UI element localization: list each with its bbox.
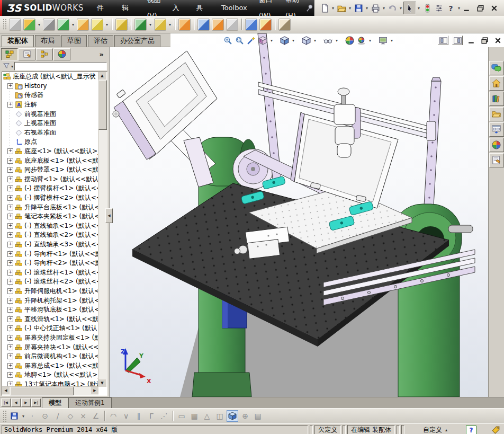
select-cursor-icon[interactable]: [403, 2, 416, 14]
scroll-right-button[interactable]: [91, 387, 98, 394]
expand-toggle[interactable]: [7, 288, 13, 294]
menu-toolbox[interactable]: Toolbox: [215, 0, 253, 16]
scroll-thumb[interactable]: [98, 80, 107, 130]
expand-toggle[interactable]: [7, 316, 13, 322]
tag-icon[interactable]: [478, 426, 502, 434]
panel-tab-propertymanager[interactable]: [19, 48, 35, 60]
expand-toggle[interactable]: [7, 344, 13, 350]
tab-nav-prev[interactable]: ◀: [11, 398, 21, 407]
open-icon[interactable]: [336, 2, 347, 14]
graphics-area[interactable]: Z Y X: [110, 33, 488, 397]
tree-item[interactable]: 摆动臂<1> (默认<<默认>_: [2, 175, 98, 184]
rotate-component-icon[interactable]: [115, 19, 128, 31]
move-component-icon[interactable]: [91, 19, 103, 31]
apply-scene-icon[interactable]: [356, 35, 366, 46]
tree-item[interactable]: 直线滑轨<1> (默认<<默认: [2, 314, 98, 324]
tree-item[interactable]: (-) 摆臂横杆<2> (默认<<: [2, 193, 98, 203]
component-pattern-icon[interactable]: [134, 19, 147, 31]
expand-toggle[interactable]: [7, 148, 13, 154]
dropdown-caret-icon[interactable]: ▾: [456, 6, 462, 11]
file-explorer-button[interactable]: [489, 107, 504, 121]
panel-tab-featuremanager[interactable]: [1, 48, 18, 60]
expand-toggle[interactable]: [7, 335, 13, 341]
zoom-fit-icon[interactable]: [222, 35, 233, 46]
expand-toggle[interactable]: [7, 195, 13, 201]
toolbar-grip[interactable]: [3, 410, 6, 422]
polygon-tool-icon[interactable]: ◇: [65, 410, 76, 422]
tab-装配体[interactable]: 装配体: [2, 35, 34, 47]
tab-nav-last[interactable]: ▶|: [31, 398, 41, 407]
tree-item[interactable]: 屏幕夹持块<1> (默认<<默: [2, 342, 98, 352]
panel-tab-displaymanager[interactable]: [53, 48, 70, 60]
dropdown-caret-icon[interactable]: ▾: [381, 6, 386, 11]
display-style-icon[interactable]: [301, 35, 311, 46]
dropdown-caret-icon[interactable]: ▾: [70, 22, 76, 27]
forum-button[interactable]: [489, 61, 504, 75]
dropdown-caret-icon[interactable]: ▾: [167, 22, 173, 27]
expand-toggle[interactable]: [7, 242, 13, 247]
dropdown-caret-icon[interactable]: ▾: [347, 6, 353, 11]
next-pane-icon[interactable]: [452, 36, 463, 45]
tree-item[interactable]: 升降机构托架<1> (默认<<: [2, 296, 98, 305]
tree-item[interactable]: History: [2, 82, 98, 91]
tree-item[interactable]: 传感器: [2, 91, 98, 100]
toolbar-grip[interactable]: [3, 19, 6, 30]
dropdown-caret-icon[interactable]: ▾: [334, 38, 339, 43]
dropdown-caret-icon[interactable]: ▾: [367, 38, 373, 43]
mate-icon[interactable]: [57, 19, 69, 31]
smart-fasteners-icon[interactable]: [77, 19, 89, 31]
dropdown-caret-icon[interactable]: ▾: [312, 38, 318, 43]
dropdown-caret-icon[interactable]: ▾: [398, 6, 403, 11]
expand-toggle[interactable]: [7, 251, 13, 257]
expand-toggle[interactable]: [7, 176, 13, 182]
expand-toggle[interactable]: [7, 205, 13, 210]
restore-icon[interactable]: [475, 3, 485, 13]
tab-模型[interactable]: 模型: [42, 397, 68, 408]
appearances-scenes-button[interactable]: [489, 138, 504, 152]
restore-icon[interactable]: [480, 36, 489, 45]
attachment-icon[interactable]: [43, 19, 55, 31]
rectangle-tool-icon[interactable]: ▭: [176, 410, 187, 422]
tree-item[interactable]: 升降平台底板<1> (默认<<: [2, 202, 98, 212]
traffic-light-icon[interactable]: [421, 2, 433, 14]
line-tool-icon[interactable]: /: [52, 410, 64, 422]
tree-item[interactable]: 地脚<1> (默认<<默认>_显: [2, 370, 98, 380]
view-orientation-icon[interactable]: [279, 35, 290, 46]
tree-item[interactable]: (-) 直线轴承<2> (默认<<: [2, 231, 98, 240]
expand-toggle[interactable]: [7, 102, 13, 108]
tree-item[interactable]: (-) 滚珠丝杆<1> (默认<<: [2, 268, 98, 277]
explode-line-icon[interactable]: [226, 19, 238, 31]
expand-toggle[interactable]: [7, 325, 13, 331]
expand-toggle[interactable]: [7, 167, 13, 173]
tree-item[interactable]: 笔记本夹紧板<1> (默认<<: [2, 212, 98, 222]
tree-item[interactable]: (-) 直线轴承<3> (默认<<: [2, 240, 98, 250]
tree-item[interactable]: A注解: [2, 100, 98, 110]
custom-properties-button[interactable]: [489, 153, 504, 167]
measure-icon[interactable]: ⊕: [239, 410, 251, 422]
expand-toggle[interactable]: [7, 185, 13, 191]
expand-toggle[interactable]: [7, 353, 13, 359]
expand-toggle[interactable]: [7, 298, 13, 304]
tree-item[interactable]: 前视基准面: [2, 109, 98, 119]
dropdown-caret-icon[interactable]: ▾: [291, 38, 296, 43]
route-line-icon[interactable]: [245, 19, 257, 31]
close-icon[interactable]: [493, 36, 502, 45]
tab-nav-next[interactable]: ▶: [21, 398, 31, 407]
print-icon[interactable]: [370, 2, 381, 14]
design-library-button[interactable]: [489, 92, 504, 106]
dropdown-caret-icon[interactable]: ▾: [37, 22, 42, 27]
expand-toggle[interactable]: [7, 307, 13, 313]
feature-tree-root[interactable]: 底座总成 (默认<默认_显示状: [2, 72, 98, 82]
trim-tool-icon[interactable]: ×: [77, 410, 89, 422]
scroll-left-button[interactable]: [2, 387, 10, 394]
window-preview-icon[interactable]: [197, 19, 210, 31]
feature-filter-input[interactable]: [14, 62, 107, 70]
mirror-entities-icon[interactable]: ∨: [120, 410, 132, 422]
model-scene[interactable]: Z Y X: [110, 33, 488, 397]
wireframe-view-icon[interactable]: ◫: [214, 410, 226, 422]
tree-item[interactable]: 原点: [2, 137, 98, 147]
tab-办公室产品[interactable]: 办公室产品: [114, 35, 160, 47]
expand-toggle[interactable]: [7, 270, 13, 276]
zoom-area-icon[interactable]: [234, 35, 245, 46]
tab-评估[interactable]: 评估: [88, 35, 113, 47]
